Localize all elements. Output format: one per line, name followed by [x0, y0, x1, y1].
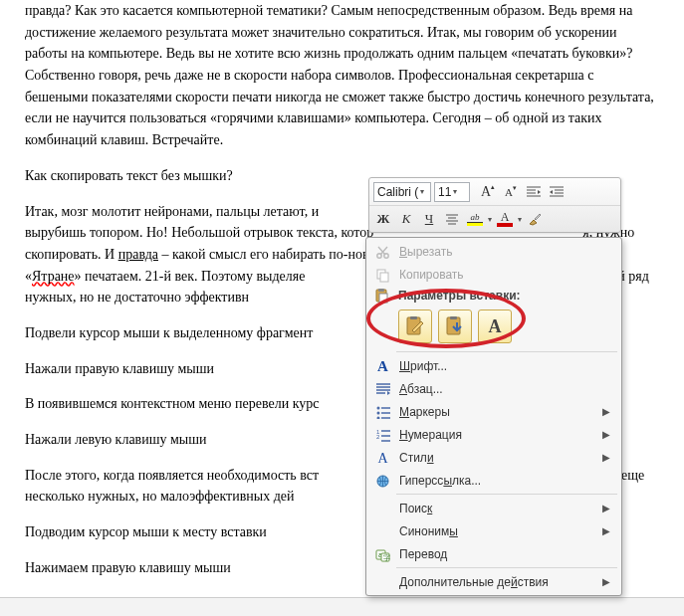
svg-text:字: 字 [383, 554, 390, 561]
clipboard-brush-icon [404, 315, 426, 337]
paragraph[interactable]: правда? Как это касается компьютерной те… [25, 0, 659, 151]
align-center-button[interactable] [442, 209, 462, 229]
chevron-down-icon: ▾ [420, 187, 424, 196]
spellcheck-squiggle: Ятране [32, 269, 75, 284]
paragraph-icon [374, 381, 391, 398]
brush-icon [528, 212, 542, 226]
submenu-arrow-icon: ▶ [602, 503, 610, 513]
clipboard-arrow-icon [444, 315, 466, 337]
paste-options-row: A [368, 306, 619, 349]
font-icon: A [374, 358, 391, 375]
ctx-search[interactable]: Поиск ▶ [368, 497, 619, 519]
chevron-down-icon[interactable]: ▾ [518, 215, 522, 224]
additional-icon [374, 574, 391, 591]
copy-icon [374, 267, 391, 284]
svg-point-12 [376, 412, 379, 415]
translate-icon: a字 [374, 546, 391, 563]
italic-button[interactable]: К [396, 209, 416, 229]
submenu-arrow-icon: ▶ [602, 406, 610, 417]
ctx-styles[interactable]: A Стили ▶ [368, 446, 619, 469]
chevron-down-icon[interactable]: ▾ [488, 215, 492, 224]
bottom-margin [0, 598, 684, 616]
hyperlink-icon [374, 473, 391, 490]
paste-merge-button[interactable] [438, 309, 472, 343]
styles-icon: A [374, 450, 391, 467]
ctx-synonyms[interactable]: Синонимы ▶ [368, 519, 619, 542]
synonyms-icon [374, 523, 391, 540]
svg-rect-10 [450, 316, 457, 319]
ctx-hyperlink[interactable]: Гиперссылка... [368, 469, 619, 492]
increase-indent-button[interactable] [547, 182, 567, 202]
ctx-numbering[interactable]: 12 Нумерация ▶ [368, 423, 619, 446]
svg-text:2: 2 [376, 434, 380, 440]
ctx-cut[interactable]: Вырезать [368, 240, 619, 263]
svg-rect-8 [410, 316, 417, 319]
highlight-color-swatch [467, 222, 483, 226]
submenu-arrow-icon: ▶ [602, 429, 610, 440]
paste-keep-source-button[interactable] [398, 309, 432, 343]
font-size-select[interactable]: 11▾ [434, 182, 470, 202]
font-color-button[interactable]: A [495, 209, 515, 229]
mini-toolbar: Calibri (▾ 11▾ A▴ A▾ Ж К Ч ab ▾ A ▾ [368, 177, 621, 233]
context-menu: Вырезать Копировать Параметры вставки: A… [365, 237, 622, 596]
svg-rect-5 [378, 289, 384, 292]
svg-point-13 [376, 417, 379, 420]
ctx-copy[interactable]: Копировать [368, 263, 619, 286]
grow-font-button[interactable]: A▴ [478, 182, 498, 202]
format-painter-button[interactable] [525, 209, 545, 229]
font-select[interactable]: Calibri (▾ [373, 182, 431, 202]
numbering-icon: 12 [374, 427, 391, 444]
ctx-bullets[interactable]: Маркеры ▶ [368, 400, 619, 423]
ctx-paste-header: Параметры вставки: [368, 286, 619, 306]
decrease-indent-button[interactable] [524, 182, 544, 202]
underline-button[interactable]: Ч [419, 209, 439, 229]
font-color-swatch [497, 223, 513, 227]
shrink-font-button[interactable]: A▾ [501, 182, 521, 202]
ctx-paragraph[interactable]: Абзац... [368, 377, 619, 400]
paste-text-only-button[interactable]: A [478, 309, 512, 343]
bold-button[interactable]: Ж [373, 209, 393, 229]
svg-rect-3 [380, 273, 388, 282]
bullets-icon [374, 404, 391, 421]
align-center-icon [446, 214, 458, 225]
submenu-arrow-icon: ▶ [602, 452, 610, 463]
indent-right-icon [550, 186, 564, 198]
indent-left-icon [527, 186, 541, 198]
ctx-additional-actions[interactable]: Дополнительные действия ▶ [368, 570, 619, 593]
highlight-button[interactable]: ab [465, 209, 485, 229]
ctx-translate[interactable]: a字 Перевод [368, 542, 619, 565]
ctx-font[interactable]: A Шрифт... [368, 354, 619, 377]
clipboard-icon [373, 288, 390, 305]
svg-point-11 [376, 407, 379, 410]
search-icon [374, 501, 391, 517]
submenu-arrow-icon: ▶ [602, 525, 610, 536]
scissors-icon [374, 244, 391, 261]
submenu-arrow-icon: ▶ [602, 576, 610, 587]
chevron-down-icon: ▾ [453, 187, 457, 196]
svg-rect-6 [379, 294, 387, 303]
